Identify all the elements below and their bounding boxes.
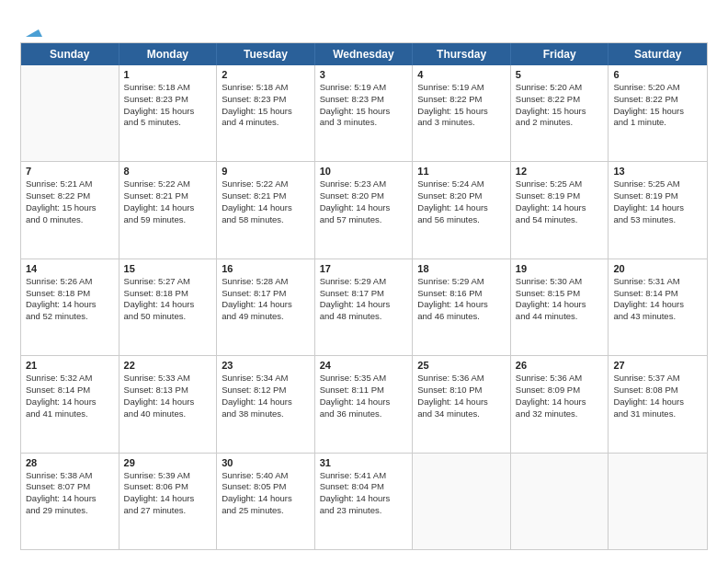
cell-line3: Daylight: 14 hours [516, 202, 604, 214]
cell-line2: Sunset: 8:20 PM [417, 190, 506, 202]
cell-line4: and 57 minutes. [320, 214, 408, 226]
header-day-tuesday: Tuesday [217, 43, 315, 65]
day-number: 13 [613, 166, 702, 177]
calendar-cell-r0c0 [21, 65, 119, 161]
cell-line1: Sunrise: 5:35 AM [320, 373, 408, 385]
day-number: 7 [26, 166, 114, 177]
cell-line2: Sunset: 8:23 PM [320, 94, 408, 106]
cell-line2: Sunset: 8:21 PM [222, 190, 310, 202]
cell-line1: Sunrise: 5:41 AM [320, 470, 408, 482]
calendar-cell-r1c2: 9Sunrise: 5:22 AMSunset: 8:21 PMDaylight… [217, 162, 315, 258]
day-number: 30 [222, 457, 310, 468]
cell-line3: Daylight: 14 hours [417, 202, 506, 214]
day-number: 4 [417, 69, 506, 80]
cell-line4: and 41 minutes. [26, 408, 114, 420]
cell-line2: Sunset: 8:11 PM [320, 385, 408, 396]
calendar-row-0: 1Sunrise: 5:18 AMSunset: 8:23 PMDaylight… [21, 65, 707, 162]
cell-line2: Sunset: 8:22 PM [613, 94, 702, 106]
cell-line1: Sunrise: 5:36 AM [516, 373, 604, 385]
calendar-cell-r0c5: 5Sunrise: 5:20 AMSunset: 8:22 PMDaylight… [511, 65, 609, 161]
cell-line3: Daylight: 14 hours [124, 493, 212, 505]
cell-line4: and 29 minutes. [26, 505, 114, 517]
cell-line1: Sunrise: 5:18 AM [222, 82, 310, 94]
day-number: 10 [320, 166, 408, 177]
cell-line3: Daylight: 14 hours [417, 396, 506, 408]
cell-line3: Daylight: 14 hours [516, 299, 604, 311]
cell-line2: Sunset: 8:10 PM [417, 385, 506, 396]
day-number: 31 [320, 457, 408, 468]
day-number: 21 [26, 360, 114, 371]
calendar-cell-r3c4: 25Sunrise: 5:36 AMSunset: 8:10 PMDayligh… [413, 356, 511, 452]
calendar-cell-r4c3: 31Sunrise: 5:41 AMSunset: 8:04 PMDayligh… [315, 454, 414, 549]
cell-line2: Sunset: 8:20 PM [320, 190, 408, 202]
cell-line1: Sunrise: 5:20 AM [516, 82, 604, 94]
svg-marker-0 [26, 29, 42, 37]
logo-icon [22, 20, 42, 40]
cell-line4: and 56 minutes. [417, 214, 506, 226]
cell-line1: Sunrise: 5:22 AM [222, 178, 310, 190]
calendar-header: SundayMondayTuesdayWednesdayThursdayFrid… [21, 43, 707, 65]
cell-line3: Daylight: 15 hours [417, 106, 506, 118]
cell-line4: and 25 minutes. [222, 505, 310, 517]
cell-line4: and 2 minutes. [516, 117, 604, 129]
header-day-sunday: Sunday [21, 43, 119, 65]
cell-line1: Sunrise: 5:36 AM [417, 373, 506, 385]
calendar-cell-r0c4: 4Sunrise: 5:19 AMSunset: 8:22 PMDaylight… [413, 65, 511, 161]
day-number: 17 [320, 263, 408, 274]
cell-line3: Daylight: 14 hours [320, 493, 408, 505]
cell-line1: Sunrise: 5:22 AM [124, 178, 212, 190]
calendar-cell-r0c1: 1Sunrise: 5:18 AMSunset: 8:23 PMDaylight… [119, 65, 218, 161]
cell-line4: and 46 minutes. [417, 311, 506, 323]
cell-line4: and 5 minutes. [124, 117, 212, 129]
cell-line3: Daylight: 14 hours [222, 299, 310, 311]
calendar-cell-r4c4 [413, 454, 511, 549]
cell-line1: Sunrise: 5:32 AM [26, 373, 114, 385]
calendar-cell-r1c0: 7Sunrise: 5:21 AMSunset: 8:22 PMDaylight… [21, 162, 119, 258]
cell-line3: Daylight: 14 hours [320, 299, 408, 311]
cell-line4: and 50 minutes. [124, 311, 212, 323]
cell-line3: Daylight: 14 hours [26, 396, 114, 408]
calendar-cell-r4c2: 30Sunrise: 5:40 AMSunset: 8:05 PMDayligh… [217, 454, 315, 549]
cell-line1: Sunrise: 5:29 AM [417, 276, 506, 288]
cell-line3: Daylight: 14 hours [320, 202, 408, 214]
cell-line3: Daylight: 14 hours [320, 396, 408, 408]
cell-line4: and 44 minutes. [516, 311, 604, 323]
cell-line3: Daylight: 14 hours [417, 299, 506, 311]
cell-line4: and 23 minutes. [320, 505, 408, 517]
logo [20, 20, 42, 37]
calendar-cell-r4c0: 28Sunrise: 5:38 AMSunset: 8:07 PMDayligh… [21, 454, 119, 549]
cell-line4: and 48 minutes. [320, 311, 408, 323]
cell-line4: and 1 minute. [613, 117, 702, 129]
cell-line3: Daylight: 15 hours [26, 202, 114, 214]
cell-line2: Sunset: 8:12 PM [222, 385, 310, 396]
day-number: 18 [417, 263, 506, 274]
cell-line2: Sunset: 8:04 PM [320, 481, 408, 493]
cell-line3: Daylight: 15 hours [320, 106, 408, 118]
calendar-cell-r2c5: 19Sunrise: 5:30 AMSunset: 8:15 PMDayligh… [511, 259, 609, 355]
cell-line3: Daylight: 14 hours [124, 202, 212, 214]
calendar-cell-r1c6: 13Sunrise: 5:25 AMSunset: 8:19 PMDayligh… [609, 162, 707, 258]
calendar-cell-r3c6: 27Sunrise: 5:37 AMSunset: 8:08 PMDayligh… [609, 356, 707, 452]
cell-line2: Sunset: 8:19 PM [613, 190, 702, 202]
day-number: 26 [516, 360, 604, 371]
calendar-cell-r0c6: 6Sunrise: 5:20 AMSunset: 8:22 PMDaylight… [609, 65, 707, 161]
cell-line2: Sunset: 8:17 PM [320, 288, 408, 300]
cell-line4: and 52 minutes. [26, 311, 114, 323]
cell-line2: Sunset: 8:23 PM [222, 94, 310, 106]
cell-line4: and 4 minutes. [222, 117, 310, 129]
cell-line3: Daylight: 14 hours [613, 202, 702, 214]
cell-line1: Sunrise: 5:33 AM [124, 373, 212, 385]
cell-line2: Sunset: 8:14 PM [613, 288, 702, 300]
cell-line2: Sunset: 8:22 PM [417, 94, 506, 106]
day-number: 8 [124, 166, 212, 177]
cell-line4: and 34 minutes. [417, 408, 506, 420]
cell-line1: Sunrise: 5:30 AM [516, 276, 604, 288]
day-number: 2 [222, 69, 310, 80]
calendar-cell-r4c1: 29Sunrise: 5:39 AMSunset: 8:06 PMDayligh… [119, 454, 218, 549]
calendar-cell-r3c2: 23Sunrise: 5:34 AMSunset: 8:12 PMDayligh… [217, 356, 315, 452]
calendar-cell-r2c0: 14Sunrise: 5:26 AMSunset: 8:18 PMDayligh… [21, 259, 119, 355]
day-number: 20 [613, 263, 702, 274]
day-number: 29 [124, 457, 212, 468]
day-number: 23 [222, 360, 310, 371]
cell-line2: Sunset: 8:15 PM [516, 288, 604, 300]
